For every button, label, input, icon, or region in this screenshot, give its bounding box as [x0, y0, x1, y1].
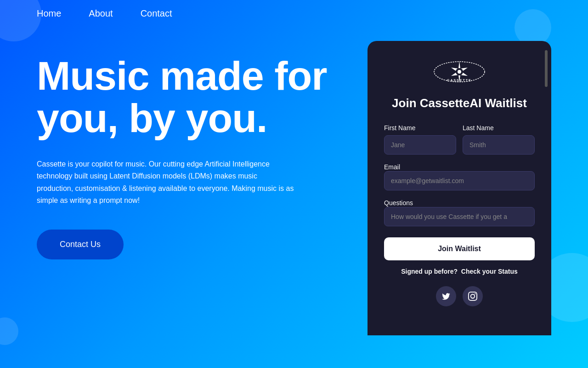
logo-area: CASSETTE: [384, 59, 535, 85]
svg-point-2: [458, 70, 461, 74]
questions-group: Questions: [384, 199, 535, 226]
first-name-input[interactable]: [384, 135, 456, 155]
email-input[interactable]: [384, 171, 535, 190]
hero-heading: Music made for you, by you.: [37, 55, 331, 140]
last-name-label: Last Name: [463, 124, 535, 132]
twitter-icon[interactable]: [436, 286, 456, 306]
last-name-group: Last Name: [463, 124, 535, 155]
navigation: Home About Contact: [0, 0, 588, 27]
email-group: Email: [384, 163, 535, 190]
name-row: First Name Last Name: [384, 124, 535, 155]
waitlist-heading: Join CassetteAI Waitlist: [384, 96, 535, 111]
last-name-input[interactable]: [463, 135, 535, 155]
scrollbar[interactable]: [545, 50, 548, 87]
questions-input[interactable]: [384, 207, 535, 226]
status-row: Signed up before? Check your Status: [384, 268, 535, 275]
instagram-icon[interactable]: [463, 286, 483, 306]
contact-us-button[interactable]: Contact Us: [37, 230, 124, 259]
email-label: Email: [384, 163, 400, 171]
join-waitlist-button[interactable]: Join Waitlist: [384, 237, 535, 260]
hero-section: Music made for you, by you. Cassette is …: [37, 46, 331, 259]
status-text: Signed up before?: [401, 268, 458, 275]
waitlist-card: CASSETTE Join CassetteAI Waitlist First …: [368, 41, 551, 335]
nav-contact[interactable]: Contact: [141, 8, 172, 19]
check-status-link[interactable]: Check your Status: [461, 268, 518, 275]
questions-label: Questions: [384, 199, 413, 207]
nav-about[interactable]: About: [89, 8, 113, 19]
first-name-group: First Name: [384, 124, 456, 155]
main-content: Music made for you, by you. Cassette is …: [0, 27, 588, 335]
svg-text:CASSETTE: CASSETTE: [447, 79, 471, 82]
hero-description: Cassette is your copilot for music. Our …: [37, 158, 294, 207]
cassette-logo: CASSETTE: [432, 59, 487, 85]
nav-home[interactable]: Home: [37, 8, 61, 19]
social-icons: [384, 286, 535, 306]
first-name-label: First Name: [384, 124, 456, 132]
